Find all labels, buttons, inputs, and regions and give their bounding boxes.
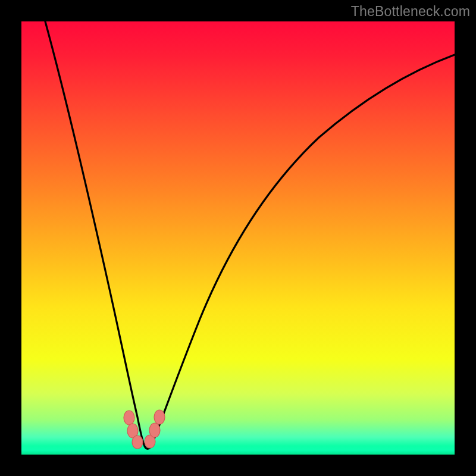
watermark-text: TheBottleneck.com — [351, 4, 470, 20]
marker-point — [154, 410, 165, 424]
chart-frame: TheBottleneck.com — [0, 0, 476, 476]
chart-plot-area — [21, 21, 455, 455]
chart-svg — [21, 21, 455, 455]
marker-point — [149, 423, 160, 437]
bottleneck-curve — [45, 21, 455, 449]
marker-point — [124, 411, 134, 425]
marker-point — [132, 436, 143, 449]
